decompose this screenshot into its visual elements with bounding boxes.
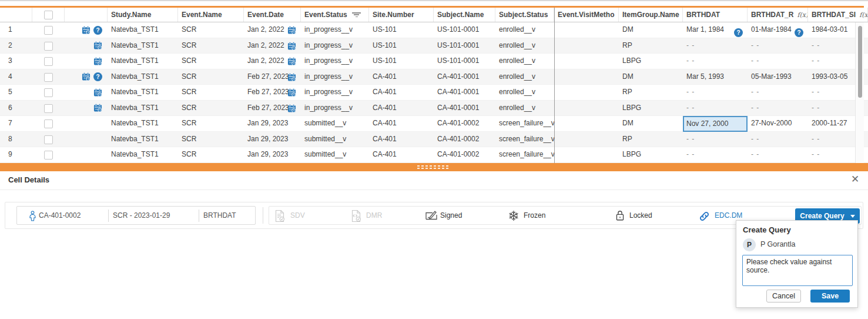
locked-label[interactable]: Locked <box>629 207 652 224</box>
cell-site[interactable]: CA-401 <box>369 132 434 148</box>
column-header-subject[interactable]: Subject.Name <box>434 8 495 22</box>
cell-date[interactable]: Feb 27, 2023 <box>244 101 301 117</box>
sdv-label[interactable]: SDV <box>290 207 305 224</box>
cell-event[interactable]: SCR <box>178 85 244 101</box>
cell-itemgroup[interactable]: LBPG <box>619 147 683 163</box>
cell-date[interactable]: Jan 29, 2023 <box>244 116 301 132</box>
row-checkbox-cell[interactable] <box>32 116 65 132</box>
column-header-brthdat[interactable]: BRTHDAT <box>683 8 748 22</box>
cell-site[interactable]: CA-401 <box>369 101 434 117</box>
row-checkbox[interactable] <box>44 135 53 144</box>
cell-study[interactable]: Natevba_TST1 <box>108 69 178 85</box>
cell-date[interactable]: Jan 2, 2022 <box>244 22 301 38</box>
cell-itemgroup[interactable]: LBPG <box>619 54 683 69</box>
cell-substatus[interactable]: screen_failure__v <box>495 132 554 148</box>
row-checkbox[interactable] <box>44 151 53 160</box>
cell-visit[interactable] <box>554 22 619 38</box>
cell-site[interactable]: US-101 <box>369 54 434 69</box>
question-icon[interactable]: ? <box>795 28 803 37</box>
row-checkbox[interactable] <box>44 88 53 97</box>
cell-brthdat_r[interactable]: - - <box>748 85 808 101</box>
cell-itemgroup[interactable]: RP <box>619 38 683 54</box>
cell-itemgroup[interactable]: RP <box>619 85 683 101</box>
cell-subject[interactable]: CA-401-0002 <box>434 132 495 148</box>
row-checkbox[interactable] <box>44 26 53 35</box>
column-header-brthdat_si[interactable]: BRTHDAT_SIf(x) <box>808 8 868 22</box>
cell-brthdat[interactable]: Mar 5, 1993 <box>683 69 748 85</box>
cell-site[interactable]: CA-401 <box>369 85 434 101</box>
cell-itemgroup[interactable]: RP <box>619 132 683 148</box>
cell-event[interactable]: SCR <box>178 38 244 54</box>
close-icon[interactable]: ✕ <box>849 173 862 186</box>
cell-visit[interactable] <box>554 132 619 148</box>
cell-event[interactable]: SCR <box>178 132 244 148</box>
row-checkbox-cell[interactable] <box>32 132 65 148</box>
column-header-itemgroup[interactable]: ItemGroup.Name <box>619 8 683 22</box>
cell-status[interactable]: in_progress__v <box>301 38 369 54</box>
cell-brthdat[interactable]: - - <box>683 147 748 163</box>
column-header-brthdat_r[interactable]: BRTHDAT_Rf(x) <box>748 8 808 22</box>
cell-substatus[interactable]: screen_failure__v <box>495 116 554 132</box>
column-header-substatus[interactable]: Subject.Status <box>495 8 554 22</box>
cell-substatus[interactable]: enrolled__v <box>495 54 554 69</box>
cell-site[interactable]: CA-401 <box>369 69 434 85</box>
column-header-visit[interactable]: Event.VisitMetho <box>554 8 619 22</box>
question-icon[interactable]: ? <box>93 26 102 35</box>
cell-brthdat_r[interactable]: 01-Mar-1984? <box>748 22 808 38</box>
cell-event[interactable]: SCR <box>178 147 244 163</box>
cell-status[interactable]: submitted__v <box>301 116 369 132</box>
cell-brthdat[interactable]: - - <box>683 38 748 54</box>
cell-brthdat_r[interactable]: - - <box>748 101 808 117</box>
cell-date[interactable]: Feb 27, 2023 <box>244 69 301 85</box>
dmr-icon[interactable] <box>350 210 363 224</box>
signed-icon[interactable] <box>425 210 438 223</box>
row-checkbox-cell[interactable] <box>32 85 65 101</box>
row-checkbox-cell[interactable] <box>32 38 65 54</box>
cell-substatus[interactable]: enrolled__v <box>495 85 554 101</box>
column-header-site[interactable]: Site.Number <box>369 8 434 22</box>
cell-subject[interactable]: US-101-0001 <box>434 38 495 54</box>
column-header-study[interactable]: Study.Name <box>108 8 178 22</box>
cell-status[interactable]: in_progress__v <box>301 22 369 38</box>
cell-site[interactable]: US-101 <box>369 38 434 54</box>
cell-brthdat[interactable]: Mar 1, 1984? <box>683 22 748 38</box>
cell-study[interactable]: Natevba_TST1 <box>108 101 178 117</box>
sdv-icon[interactable] <box>274 210 286 224</box>
cell-visit[interactable] <box>554 85 619 101</box>
cell-brthdat[interactable]: - - <box>683 132 748 148</box>
dmr-label[interactable]: DMR <box>366 207 382 224</box>
cell-substatus[interactable]: enrolled__v <box>495 69 554 85</box>
panel-resize-handle[interactable] <box>417 165 450 169</box>
cell-substatus[interactable]: screen_failure__v <box>495 147 554 163</box>
panel-splitter-bar[interactable] <box>0 163 868 171</box>
cell-itemgroup[interactable]: DM <box>619 69 683 85</box>
select-all-checkbox[interactable] <box>44 11 53 19</box>
cell-status[interactable]: in_progress__v <box>301 54 369 69</box>
cell-substatus[interactable]: enrolled__v <box>495 22 554 38</box>
frozen-icon[interactable] <box>508 210 520 224</box>
cell-date[interactable]: Jan 29, 2023 <box>244 147 301 163</box>
cell-site[interactable]: CA-401 <box>369 116 434 132</box>
cell-brthdat_r[interactable]: - - <box>748 54 808 69</box>
column-header-event[interactable]: Event.Name <box>178 8 244 22</box>
cell-subject[interactable]: CA-401-0002 <box>434 147 495 163</box>
cell-study[interactable]: Natevba_TST1 <box>108 54 178 69</box>
cell-visit[interactable] <box>554 69 619 85</box>
row-checkbox-cell[interactable] <box>32 69 65 85</box>
cell-date[interactable]: Jan 29, 2023 <box>244 132 301 148</box>
cell-study[interactable]: Natevba_TST1 <box>108 22 178 38</box>
row-checkbox-cell[interactable] <box>32 147 65 163</box>
frozen-label[interactable]: Frozen <box>524 207 545 224</box>
cell-event[interactable]: SCR <box>178 116 244 132</box>
save-button[interactable]: Save <box>810 290 850 303</box>
cell-status[interactable]: in_progress__v <box>301 85 369 101</box>
cell-brthdat_r[interactable]: - - <box>748 38 808 54</box>
question-icon[interactable]: ? <box>734 28 743 37</box>
cell-study[interactable]: Natevba_TST1 <box>108 116 178 132</box>
cell-status[interactable]: in_progress__v <box>301 69 369 85</box>
cell-substatus[interactable]: enrolled__v <box>495 38 554 54</box>
cell-study[interactable]: Natevba_TST1 <box>108 132 178 148</box>
cell-substatus[interactable]: enrolled__v <box>495 101 554 117</box>
cell-brthdat_r[interactable]: 05-Mar-1993 <box>748 69 808 85</box>
cell-study[interactable]: Natevba_TST1 <box>108 147 178 163</box>
